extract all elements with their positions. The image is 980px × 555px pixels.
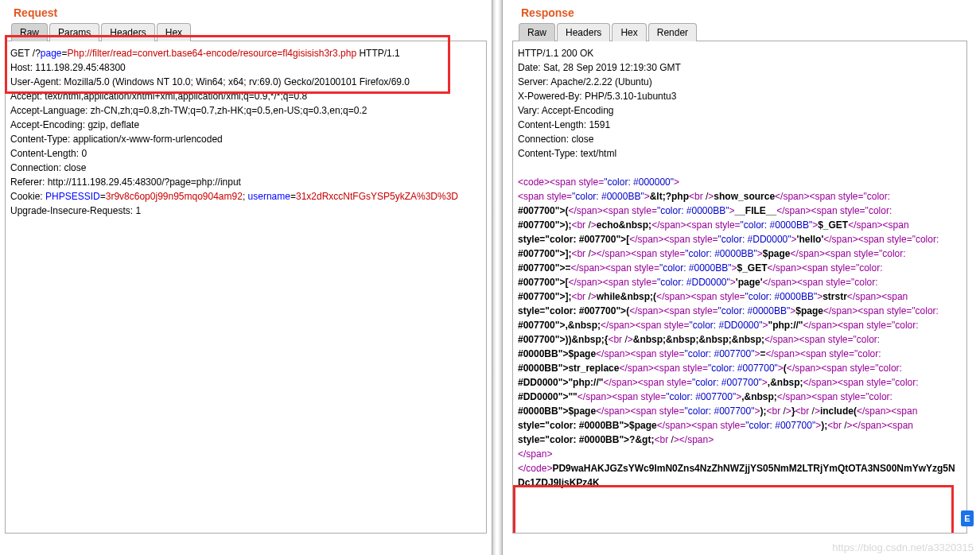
xpow-line: X-Powered-By: PHP/5.3.10-1ubuntu3 bbox=[518, 89, 962, 103]
tab-raw[interactable]: Raw bbox=[11, 23, 48, 41]
ua-line: User-Agent: Mozilla/5.0 (Windows NT 10.0… bbox=[10, 75, 481, 89]
cookie-v1: 3r9v8c6op0j99n95mqo904am92 bbox=[106, 191, 243, 202]
accept-lang-line: Accept-Language: zh-CN,zh;q=0.8,zh-TW;q=… bbox=[10, 103, 481, 118]
conn-line: Connection: close bbox=[10, 161, 481, 175]
eq: = bbox=[62, 48, 68, 59]
request-panel: Request Raw Params Headers Hex GET /?pag… bbox=[2, 0, 490, 555]
response-title: Response bbox=[509, 0, 970, 23]
response-panel: Response Raw Headers Hex Render HTTP/1.1… bbox=[509, 0, 970, 555]
split-divider[interactable] bbox=[492, 0, 503, 555]
blue-indicator: E bbox=[961, 510, 974, 526]
request-tab-bar: Raw Params Headers Hex bbox=[2, 23, 490, 41]
date-line: Date: Sat, 28 Sep 2019 12:19:30 GMT bbox=[518, 60, 962, 75]
http-protocol: HTTP/1.1 bbox=[356, 48, 400, 59]
server-line: Server: Apache/2.2.22 (Ubuntu) bbox=[518, 75, 962, 89]
http-path-prefix: /? bbox=[33, 48, 41, 59]
tab-hex-resp[interactable]: Hex bbox=[612, 23, 646, 41]
param-value: Php://filter/read=convert.base64-encode/… bbox=[68, 48, 357, 59]
cookie-v2: 31x2dRxccNtFGsYSP5ykZA%3D%3D bbox=[296, 191, 458, 202]
accept-enc-line: Accept-Encoding: gzip, deflate bbox=[10, 118, 481, 132]
conn-resp-line: Connection: close bbox=[518, 132, 962, 146]
host-value: 111.198.29.45:48300 bbox=[35, 62, 125, 73]
tab-params[interactable]: Params bbox=[49, 23, 99, 41]
ctype-resp-line: Content-Type: text/html bbox=[518, 146, 962, 161]
tab-raw-resp[interactable]: Raw bbox=[519, 23, 555, 41]
request-content[interactable]: GET /?page=Php://filter/read=convert.bas… bbox=[5, 41, 487, 534]
referer-line: Referer: http://111.198.29.45:48300/?pag… bbox=[10, 175, 481, 189]
cookie-label: Cookie: bbox=[10, 191, 45, 202]
tab-headers[interactable]: Headers bbox=[101, 23, 154, 41]
watermark: https://blog.csdn.net/a3320315 bbox=[832, 541, 974, 553]
upgrade-line: Upgrade-Insecure-Requests: 1 bbox=[10, 204, 481, 218]
html-body: <code><span style="color: #000000"><span… bbox=[518, 175, 962, 490]
response-highlight-box bbox=[513, 485, 954, 534]
ctype-line: Content-Type: application/x-www-form-url… bbox=[10, 132, 481, 146]
clen-line: Content-Length: 0 bbox=[10, 146, 481, 161]
tab-hex[interactable]: Hex bbox=[157, 23, 191, 41]
tab-render-resp[interactable]: Render bbox=[648, 23, 697, 41]
param-name: page bbox=[41, 48, 62, 59]
cookie-k2: username bbox=[248, 191, 290, 202]
accept-line: Accept: text/html,application/xhtml+xml,… bbox=[10, 89, 481, 103]
http-method: GET bbox=[10, 48, 29, 59]
clen-resp-line: Content-Length: 1591 bbox=[518, 118, 962, 132]
request-title: Request bbox=[2, 0, 490, 23]
response-tab-bar: Raw Headers Hex Render bbox=[509, 23, 970, 41]
host-label: Host: bbox=[10, 62, 35, 73]
tab-headers-resp[interactable]: Headers bbox=[557, 23, 610, 41]
response-content[interactable]: HTTP/1.1 200 OK Date: Sat, 28 Sep 2019 1… bbox=[512, 41, 967, 534]
vary-line: Vary: Accept-Encoding bbox=[518, 103, 962, 118]
cookie-k1: PHPSESSID bbox=[45, 191, 100, 202]
status-line: HTTP/1.1 200 OK bbox=[518, 46, 962, 60]
